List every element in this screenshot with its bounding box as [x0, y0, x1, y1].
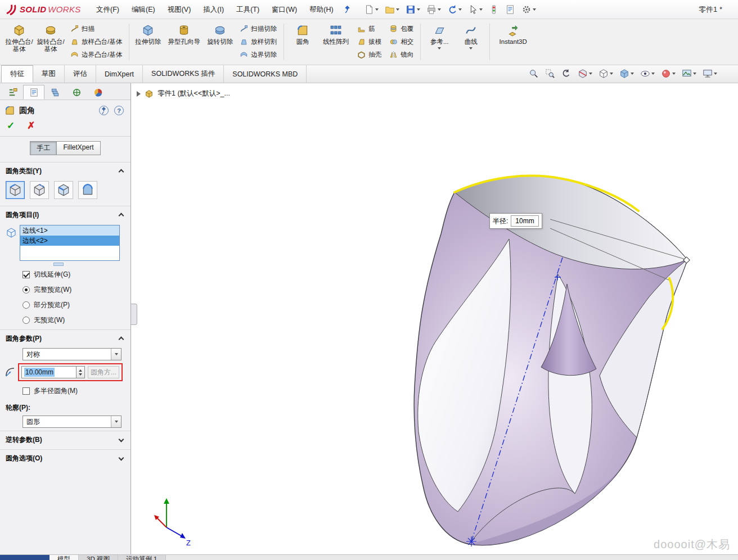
extrude-cut-button[interactable]: 拉伸切除	[133, 21, 163, 63]
rib-button[interactable]: 筋	[354, 24, 385, 34]
tab-sketch[interactable]: 草图	[33, 65, 65, 83]
edge-list-item[interactable]: 边线<2>	[20, 236, 119, 246]
menu-tools[interactable]: 工具(T)	[230, 1, 266, 19]
radius-input[interactable]: 10.00mm	[21, 366, 76, 378]
print-button[interactable]	[424, 2, 443, 17]
select-button[interactable]	[466, 2, 485, 17]
displaymanager-tab[interactable]	[87, 85, 109, 100]
full-round-fillet-button[interactable]	[78, 181, 97, 199]
section-items-to-fillet[interactable]: 圆角项目(I)	[0, 206, 130, 223]
edit-appearance-button[interactable]	[660, 68, 676, 79]
panel-splitter-handle[interactable]	[131, 304, 137, 325]
cancel-button[interactable]: ✗	[27, 120, 35, 132]
section-fillet-type[interactable]: 圆角类型(Y)	[0, 162, 130, 179]
hide-show-items-button[interactable]	[640, 68, 655, 79]
ok-button[interactable]: ✓	[7, 120, 15, 132]
view-settings-button[interactable]	[702, 68, 718, 79]
variable-size-fillet-button[interactable]	[30, 181, 49, 199]
open-document-button[interactable]	[382, 2, 402, 17]
filletxpert-mode-tab[interactable]: FilletXpert	[56, 141, 100, 155]
keep-visible-pin-icon[interactable]	[99, 106, 109, 115]
options-button[interactable]	[519, 2, 538, 17]
swept-boss-button[interactable]: 扫描	[67, 24, 125, 34]
partial-preview-row[interactable]: 部分预览(P)	[0, 297, 130, 313]
hole-wizard-button[interactable]: 异型孔向导	[164, 21, 204, 63]
linear-pattern-button[interactable]: 线性阵列	[319, 21, 353, 63]
flyout-arrow-icon[interactable]	[137, 91, 141, 97]
draft-button[interactable]: 拔模	[354, 37, 385, 47]
3d-views-tab[interactable]: 3D 视图	[79, 555, 118, 560]
featuremanager-tab[interactable]	[2, 85, 23, 100]
multi-radius-row[interactable]: 多半径圆角(M)	[0, 383, 130, 399]
instant3d-button[interactable]: Instant3D	[493, 21, 533, 63]
shell-button[interactable]: 抽壳	[354, 49, 385, 60]
propertymanager-tab[interactable]	[23, 85, 44, 100]
graphics-viewport[interactable]: Z 零件1 (默认<<默认>_... 半径: 10mm dooooit@木易	[132, 83, 738, 554]
mirror-button[interactable]: 镜向	[386, 49, 417, 60]
radius-spinner[interactable]	[76, 366, 85, 378]
no-preview-row[interactable]: 无预览(W)	[0, 313, 130, 328]
boundary-boss-button[interactable]: 边界凸台/基体	[67, 49, 125, 60]
tab-mbd[interactable]: SOLIDWORKS MBD	[224, 65, 307, 83]
rebuild-button[interactable]	[487, 2, 501, 17]
apply-scene-button[interactable]	[681, 68, 697, 79]
view-orientation-button[interactable]	[598, 68, 614, 79]
section-fillet-parameters[interactable]: 圆角参数(P)	[0, 329, 130, 346]
help-icon[interactable]: ?	[114, 106, 124, 115]
menu-file[interactable]: 文件(F)	[90, 1, 125, 19]
curves-button[interactable]: 曲线	[456, 21, 486, 63]
tangent-propagation-row[interactable]: 切线延伸(G)	[0, 267, 130, 282]
new-document-button[interactable]	[362, 2, 381, 17]
section-view-button[interactable]	[577, 68, 593, 79]
dimxpertmanager-tab[interactable]	[66, 85, 87, 100]
revolve-cut-button[interactable]: 旋转切除	[205, 21, 235, 63]
manual-mode-tab[interactable]: 手工	[30, 141, 57, 155]
zoom-area-button[interactable]	[544, 68, 556, 79]
lofted-boss-button[interactable]: 放样凸台/基体	[67, 37, 125, 47]
lofted-cut-button[interactable]: 放样切割	[236, 37, 280, 47]
previous-view-button[interactable]	[561, 68, 572, 79]
no-preview-radio[interactable]	[22, 317, 30, 324]
motion-study-tab[interactable]: 运动算例 1	[118, 555, 166, 560]
menu-pin-icon[interactable]	[342, 4, 353, 15]
revolve-boss-button[interactable]: 旋转凸台/基体	[35, 21, 66, 63]
menu-view[interactable]: 视图(V)	[161, 1, 197, 19]
fillet-button[interactable]: 圆角	[287, 21, 318, 63]
undo-button[interactable]	[445, 2, 464, 17]
constant-size-fillet-button[interactable]	[6, 181, 25, 199]
menu-edit[interactable]: 编辑(E)	[125, 1, 161, 19]
symmetry-select[interactable]: 对称	[22, 348, 122, 360]
full-preview-radio[interactable]	[22, 286, 30, 293]
tab-dimxpert[interactable]: DimXpert	[96, 65, 143, 83]
section-setback-parameters[interactable]: 逆转参数(B)	[0, 431, 130, 448]
save-button[interactable]	[403, 2, 422, 17]
radius-callout[interactable]: 半径: 10mm	[489, 213, 542, 229]
configurationmanager-tab[interactable]	[44, 85, 66, 100]
multi-radius-checkbox[interactable]	[22, 387, 30, 395]
full-preview-row[interactable]: 完整预览(W)	[0, 282, 130, 297]
display-style-button[interactable]	[619, 68, 634, 79]
reference-geometry-button[interactable]: 参考...	[424, 21, 454, 63]
tab-evaluate[interactable]: 评估	[65, 65, 96, 83]
file-properties-button[interactable]	[503, 2, 518, 17]
feature-tree-flyout[interactable]: 零件1 (默认<<默认>_...	[137, 89, 230, 98]
menu-insert[interactable]: 插入(I)	[197, 1, 230, 19]
swept-cut-button[interactable]: 扫描切除	[236, 24, 280, 34]
boundary-cut-button[interactable]: 边界切除	[236, 49, 280, 60]
tab-features[interactable]: 特征	[1, 65, 33, 83]
edge-list-item[interactable]: 边线<1>	[20, 225, 119, 236]
edge-list-box[interactable]: 边线<1> 边线<2>	[20, 225, 120, 261]
profile-select[interactable]: 圆形	[22, 416, 122, 428]
tangent-propagation-checkbox[interactable]	[22, 271, 30, 278]
callout-value-input[interactable]: 10mm	[511, 215, 538, 227]
section-fillet-options[interactable]: 圆角选项(O)	[0, 449, 130, 466]
wrap-button[interactable]: 包覆	[386, 24, 417, 34]
menu-help[interactable]: 帮助(H)	[303, 1, 339, 19]
model-tab[interactable]: 模型	[50, 555, 79, 560]
list-resize-handle[interactable]	[53, 263, 64, 266]
menu-window[interactable]: 窗口(W)	[266, 1, 303, 19]
face-fillet-button[interactable]	[54, 181, 73, 199]
extrude-boss-button[interactable]: 拉伸凸台/基体	[4, 21, 34, 63]
zoom-fit-button[interactable]	[528, 68, 539, 79]
partial-preview-radio[interactable]	[22, 301, 30, 309]
